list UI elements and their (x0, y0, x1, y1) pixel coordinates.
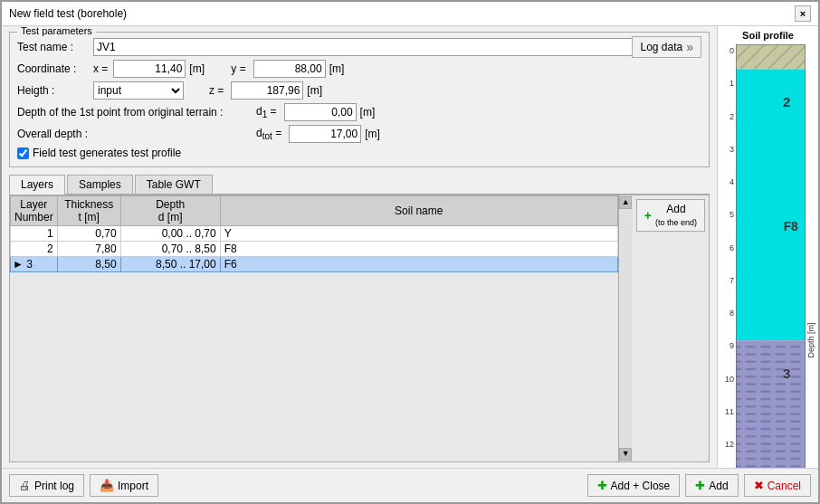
dtot-input[interactable] (289, 125, 361, 143)
add-button[interactable]: ✚ Add (685, 474, 738, 497)
tab-table-gwt[interactable]: Table GWT (135, 175, 213, 194)
layers-table-container: LayerNumber Thicknesst [m] Depthd [m] So… (10, 195, 618, 461)
height-row: Heigth : input manual z = [m] (17, 81, 701, 100)
add-close-button[interactable]: ✚ Add + Close (587, 474, 681, 497)
depth-mark-12: 12 (720, 440, 736, 468)
test-parameters-group: Test parameters Log data » Test name : C… (9, 32, 710, 167)
cell-depth: 0,00 .. 0,70 (120, 226, 220, 242)
depth-mark-3: 3 (720, 145, 736, 177)
table-row[interactable]: 2 7,80 0,70 .. 8,50 F8 (11, 242, 618, 257)
scroll-down-button[interactable]: ▼ (619, 448, 632, 461)
cell-layer-num: 2 (11, 242, 58, 257)
cancel-button[interactable]: ✖ Cancel (744, 474, 811, 497)
col-header-depth: Depthd [m] (120, 196, 220, 226)
overall-depth-label: Overall depth : (17, 128, 253, 140)
coordinate-label: Coordinate : (17, 62, 90, 75)
plus-icon: + (644, 208, 652, 223)
close-button[interactable]: × (795, 5, 811, 22)
cell-thickness: 8,50 (57, 257, 120, 272)
cancel-icon: ✖ (754, 479, 764, 492)
import-button[interactable]: 📥 Import (90, 474, 158, 497)
depth-mark-0: 0 (720, 46, 736, 79)
soil-layer-Y-pattern (736, 44, 806, 70)
depth-axis-label: Depth [m] (806, 44, 816, 468)
add-button-area: + Add(to the end) (633, 195, 709, 461)
scrollbar-area: ▲ ▼ (618, 195, 633, 461)
add-button-label-bottom: Add (709, 480, 728, 492)
x-label: x = (93, 62, 108, 75)
tabs-area: Layers Samples Table GWT LayerNumber Thi… (9, 175, 710, 462)
x-unit: [m] (189, 62, 209, 75)
import-label: Import (118, 480, 148, 492)
scroll-up-button[interactable]: ▲ (619, 196, 632, 209)
table-row[interactable]: 1 0,70 0,00 .. 0,70 Y (11, 226, 618, 242)
add-button-icon: ✚ (695, 479, 705, 492)
depth-mark-1: 1 (720, 79, 736, 111)
tab-layers[interactable]: Layers (9, 175, 65, 195)
generates-profile-checkbox[interactable] (17, 147, 29, 159)
table-row[interactable]: ► 3 8,50 8,50 .. 17,00 F6 (11, 257, 618, 272)
arrow-right-icon: » (686, 40, 693, 54)
cancel-label: Cancel (768, 480, 801, 492)
depth-mark-8: 8 (720, 309, 736, 341)
cell-soil-name: Y (220, 226, 617, 242)
add-close-icon: ✚ (597, 479, 607, 492)
cell-thickness: 0,70 (57, 226, 120, 242)
log-data-label: Log data (640, 41, 682, 53)
x-input[interactable] (113, 60, 186, 78)
depth-mark-2: 2 (720, 112, 736, 145)
print-log-label: Print log (34, 480, 74, 492)
cell-active-arrow: ► 3 (11, 257, 58, 272)
cell-soil-name: F8 (220, 242, 617, 257)
y-label: y = (231, 62, 245, 75)
tab-content-layers: LayerNumber Thicknesst [m] Depthd [m] So… (9, 195, 710, 462)
y-input[interactable] (253, 60, 326, 78)
cell-depth: 8,50 .. 17,00 (120, 257, 220, 272)
dialog-title: New field test (borehole) (9, 7, 127, 20)
test-name-label: Test name : (17, 41, 90, 53)
checkbox-row: Field test generates test profile (17, 147, 701, 159)
generates-profile-label[interactable]: Field test generates test profile (33, 147, 181, 159)
bottom-bar: 🖨 Print log 📥 Import ✚ Add + Close ✚ Add… (2, 468, 818, 502)
soil-layer-2-label: 2 (783, 94, 790, 109)
title-bar: New field test (borehole) × (2, 2, 818, 26)
depth-mark-5: 5 (720, 210, 736, 242)
d1-label: d1 = (256, 105, 277, 119)
bottom-right-buttons: ✚ Add + Close ✚ Add ✖ Cancel (587, 474, 811, 497)
cell-depth: 0,70 .. 8,50 (120, 242, 220, 257)
d1-input[interactable] (284, 103, 357, 121)
main-dialog: New field test (borehole) × Test paramet… (0, 0, 820, 504)
z-unit: [m] (307, 84, 327, 97)
soil-profile-title: Soil profile (742, 30, 794, 41)
soil-profile-area: 0 1 2 3 4 5 6 7 8 9 10 11 12 13 14 15 16 (718, 44, 818, 468)
z-label: z = (209, 84, 224, 97)
depth-mark-10: 10 (720, 375, 736, 407)
z-input[interactable] (231, 81, 303, 100)
y-unit: [m] (329, 62, 349, 75)
height-label: Heigth : (17, 84, 90, 97)
depth-mark-7: 7 (720, 276, 736, 309)
cell-layer-num: 1 (11, 226, 58, 242)
soil-column-svg: 2 F8 3 F6 (736, 44, 806, 468)
cell-soil-name: F6 (220, 257, 617, 272)
depth-mark-9: 9 (720, 341, 736, 374)
soil-layer-3-label: 3 (783, 366, 790, 381)
col-header-soil-name: Soil name (220, 196, 617, 226)
main-content: Test parameters Log data » Test name : C… (2, 26, 818, 468)
tab-bar: Layers Samples Table GWT (9, 175, 710, 195)
test-name-input[interactable] (93, 38, 701, 56)
add-to-end-button[interactable]: + Add(to the end) (636, 199, 705, 232)
coordinate-row: Coordinate : x = [m] y = [m] (17, 60, 701, 78)
add-button-label: Add(to the end) (655, 203, 697, 228)
log-data-button[interactable]: Log data » (632, 36, 701, 58)
col-header-thickness: Thicknesst [m] (57, 196, 120, 226)
depth-first-label: Depth of the 1st point from original ter… (17, 106, 253, 119)
tab-samples[interactable]: Samples (67, 175, 133, 194)
depth-first-row: Depth of the 1st point from original ter… (17, 103, 701, 121)
soil-layer-2 (736, 70, 806, 341)
right-panel: Soil profile 0 1 2 3 4 5 6 7 8 9 10 11 1… (717, 26, 818, 468)
print-log-button[interactable]: 🖨 Print log (9, 474, 84, 497)
test-name-row: Test name : (17, 38, 701, 56)
dtot-unit: [m] (365, 128, 385, 140)
height-dropdown[interactable]: input manual (93, 81, 184, 100)
